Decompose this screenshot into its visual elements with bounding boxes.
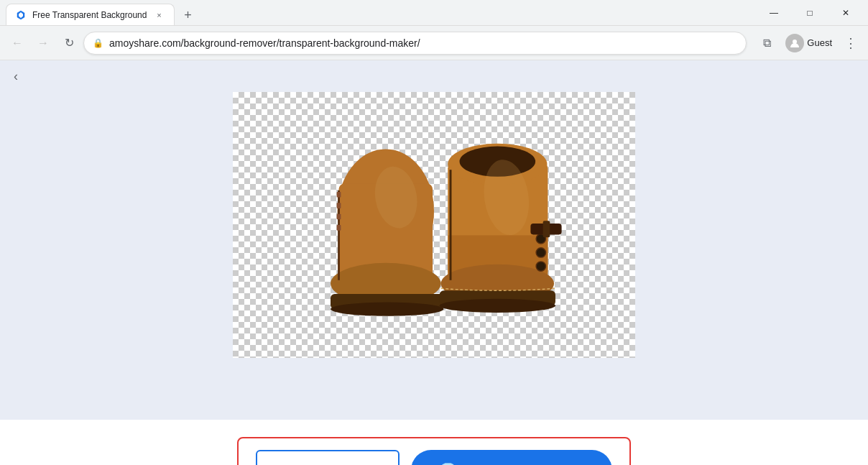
close-button[interactable]: ✕ (829, 0, 862, 26)
svg-rect-10 (337, 225, 341, 231)
tab-title: Free Transparent Background (32, 10, 147, 20)
address-bar: ← → ↻ 🔒 amoyshare.com/background-remover… (0, 26, 868, 60)
split-screen-button[interactable]: ⧉ (755, 32, 778, 55)
forward-nav-icon: → (37, 37, 49, 50)
url-text: amoyshare.com/background-remover/transpa… (109, 37, 737, 49)
url-bar[interactable]: 🔒 amoyshare.com/background-remover/trans… (83, 32, 747, 55)
svg-rect-7 (337, 192, 341, 198)
avatar (785, 34, 804, 52)
split-screen-icon: ⧉ (763, 37, 771, 50)
new-tab-button[interactable]: + (177, 5, 198, 25)
gem-icon: 💎 (439, 461, 457, 465)
svg-point-18 (440, 299, 555, 313)
refresh-button[interactable]: ↻ (57, 32, 80, 55)
download-hd-label: Download HD Image (464, 463, 583, 466)
tab-bar: Free Transparent Background × + (6, 0, 757, 25)
image-display-area (233, 92, 635, 358)
bottom-section: Download 💎 Download HD Image (0, 420, 868, 465)
back-nav-icon: ← (11, 37, 23, 50)
menu-icon: ⋮ (844, 35, 857, 51)
tab-close-button[interactable]: × (152, 9, 165, 22)
browser-titlebar: Free Transparent Background × + — □ ✕ (0, 0, 868, 26)
right-controls: ⧉ Guest ⋮ (755, 31, 862, 55)
svg-point-21 (536, 262, 545, 271)
download-hd-button[interactable]: 💎 Download HD Image (411, 450, 612, 465)
svg-rect-8 (337, 203, 341, 208)
svg-point-20 (536, 248, 545, 257)
page-content: ‹ (0, 60, 868, 420)
window-controls: — □ ✕ (757, 0, 862, 26)
lock-icon: 🔒 (93, 38, 103, 48)
svg-rect-9 (337, 214, 341, 220)
svg-rect-23 (543, 221, 550, 237)
back-nav-button[interactable]: ← (6, 32, 29, 55)
profile-label: Guest (807, 37, 832, 48)
tab-favicon (15, 9, 27, 21)
right-boot (440, 144, 562, 313)
download-button[interactable]: Download (256, 450, 400, 465)
svg-point-5 (331, 303, 443, 316)
active-tab[interactable]: Free Transparent Background × (6, 4, 175, 25)
forward-nav-button[interactable]: → (32, 32, 55, 55)
refresh-icon: ↻ (65, 36, 74, 50)
page-back-button[interactable]: ‹ (0, 60, 32, 92)
profile-button[interactable]: Guest (780, 31, 838, 55)
minimize-button[interactable]: — (757, 0, 790, 26)
shoe-image (233, 92, 635, 358)
browser-menu-button[interactable]: ⋮ (839, 32, 862, 55)
left-boot (331, 149, 444, 316)
button-group-wrapper: Download 💎 Download HD Image (237, 437, 631, 465)
maximize-button[interactable]: □ (793, 0, 826, 26)
